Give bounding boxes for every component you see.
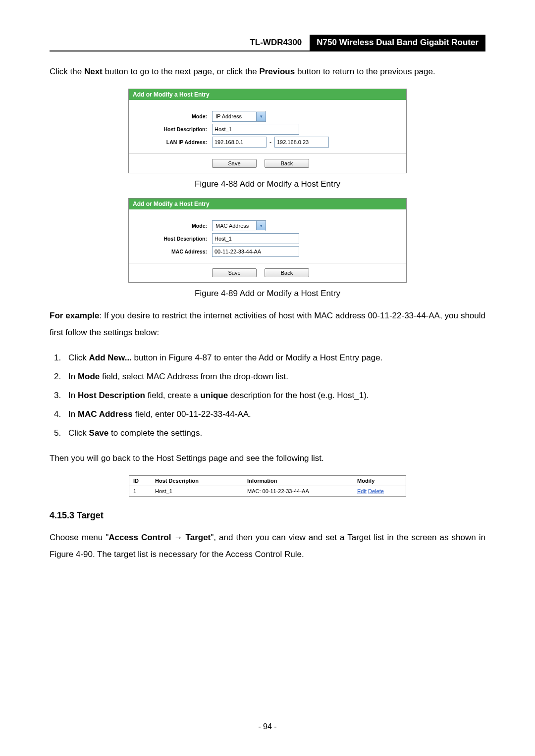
ip-range-dash: - bbox=[267, 139, 274, 146]
then-paragraph: Then you will go back to the Host Settin… bbox=[50, 450, 485, 467]
host-list-table: ID Host Description Information Modify 1… bbox=[129, 475, 406, 497]
col-modify: Modify bbox=[353, 476, 406, 486]
delete-link[interactable]: Delete bbox=[368, 488, 384, 494]
figure-title: Add or Modify a Host Entry bbox=[129, 199, 406, 209]
header-model: TL-WDR4300 bbox=[250, 35, 304, 50]
steps-list: Click Add New... button in Figure 4-87 t… bbox=[50, 350, 485, 442]
table-row: 1 Host_1 MAC: 00-11-22-33-44-AA Edit Del… bbox=[129, 486, 406, 497]
list-item: In Host Description field, create a uniq… bbox=[63, 387, 485, 404]
page-number: - 94 - bbox=[0, 722, 535, 731]
mac-address-input[interactable] bbox=[212, 246, 299, 257]
back-button[interactable]: Back bbox=[265, 159, 309, 168]
ip-to-input[interactable] bbox=[274, 137, 329, 148]
section-paragraph: Choose menu "Access Control → Target", a… bbox=[50, 529, 485, 563]
list-item: In Mode field, select MAC Address from t… bbox=[63, 368, 485, 385]
col-id: ID bbox=[129, 476, 152, 486]
arrow-right-icon: → bbox=[171, 533, 185, 542]
header-title: N750 Wireless Dual Band Gigabit Router bbox=[310, 35, 485, 50]
back-button[interactable]: Back bbox=[265, 268, 309, 277]
figure-host-entry-ip: Add or Modify a Host Entry Mode: IP Addr… bbox=[128, 89, 407, 173]
host-description-label: Host Description: bbox=[129, 236, 212, 242]
chevron-down-icon: ▾ bbox=[256, 112, 266, 121]
mode-select[interactable]: IP Address ▾ bbox=[212, 111, 266, 122]
figure-host-entry-mac: Add or Modify a Host Entry Mode: MAC Add… bbox=[128, 198, 407, 283]
save-button[interactable]: Save bbox=[212, 159, 257, 168]
figure-caption: Figure 4-89 Add or Modify a Host Entry bbox=[50, 289, 485, 299]
host-description-label: Host Description: bbox=[129, 126, 212, 132]
figure-title: Add or Modify a Host Entry bbox=[129, 89, 406, 100]
section-heading: 4.15.3 Target bbox=[50, 510, 485, 521]
example-paragraph: For example: If you desire to restrict t… bbox=[50, 307, 485, 341]
page-header: TL-WDR4300 N750 Wireless Dual Band Gigab… bbox=[50, 35, 485, 51]
list-item: In MAC Address field, enter 00-11-22-33-… bbox=[63, 406, 485, 423]
mode-label: Mode: bbox=[129, 223, 212, 229]
host-description-input[interactable] bbox=[212, 124, 299, 135]
lan-ip-label: LAN IP Address: bbox=[129, 139, 212, 145]
list-item: Click Add New... button in Figure 4-87 t… bbox=[63, 350, 485, 366]
ip-from-input[interactable] bbox=[212, 137, 267, 148]
figure-caption: Figure 4-88 Add or Modify a Host Entry bbox=[50, 179, 485, 189]
col-hostdesc: Host Description bbox=[151, 476, 243, 486]
intro-paragraph: Click the Next button to go to the next … bbox=[50, 63, 485, 80]
host-description-input[interactable] bbox=[212, 233, 299, 244]
col-info: Information bbox=[243, 476, 353, 486]
chevron-down-icon: ▾ bbox=[256, 221, 266, 230]
mac-address-label: MAC Address: bbox=[129, 249, 212, 254]
edit-link[interactable]: Edit bbox=[357, 488, 367, 494]
mode-select[interactable]: MAC Address ▾ bbox=[212, 220, 266, 231]
save-button[interactable]: Save bbox=[212, 268, 257, 277]
list-item: Click Save to complete the settings. bbox=[63, 425, 485, 442]
mode-label: Mode: bbox=[129, 113, 212, 119]
